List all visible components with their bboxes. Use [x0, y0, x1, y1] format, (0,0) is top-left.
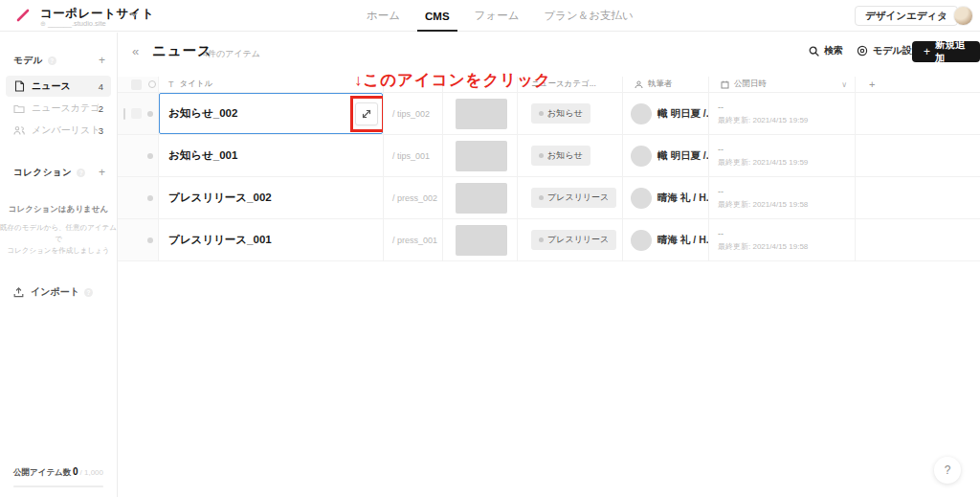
category-cell[interactable]: お知らせ [517, 135, 622, 177]
published-items-label: 公開アイテム数 [13, 467, 71, 479]
thumbnail-placeholder [456, 141, 507, 171]
status-dot [147, 195, 153, 201]
models-section-title: モデル [13, 55, 43, 67]
sidebar-item-label: メンバーリスト [32, 124, 99, 137]
models-info-icon[interactable]: ? [48, 56, 56, 65]
sidebar-item-news[interactable]: ニュース 4 [6, 76, 111, 97]
column-header-add[interactable]: + [855, 77, 980, 93]
import-icon [13, 287, 24, 298]
search-button[interactable]: 検索 [809, 44, 843, 57]
add-model-button[interactable]: + [99, 54, 105, 67]
thumbnail-placeholder [456, 225, 507, 256]
thumbnail-placeholder [456, 183, 507, 214]
add-new-button[interactable]: + 新規追加 [912, 41, 980, 62]
category-tag: プレスリリース [531, 230, 616, 250]
table-row[interactable]: プレスリリース_002 / press_002 プレスリリース 晴海 礼 / H… [118, 177, 980, 219]
studio-logo-icon[interactable] [15, 8, 31, 23]
published-cell[interactable]: -- 最終更新: 2021/4/15 19:58 [708, 177, 855, 219]
collections-empty-description: 既存のモデルから、任意のアイテムで コレクションを作成しましょう [0, 222, 117, 257]
slug-cell[interactable]: / press_001 [383, 219, 442, 261]
sidebar-item-label: ニュース [32, 79, 71, 93]
collections-empty-title: コレクションはありません [0, 204, 117, 215]
author-cell[interactable]: 晴海 礼 / H... [622, 219, 708, 261]
published-cell[interactable]: -- 最終更新: 2021/4/15 19:59 [708, 93, 855, 135]
expand-item-icon[interactable] [355, 102, 378, 125]
sidebar-item-news-categories[interactable]: ニュースカテゴリ.. 2 [6, 98, 111, 119]
slug-cell[interactable]: / tips_002 [383, 93, 442, 135]
select-all-checkbox[interactable] [131, 79, 142, 90]
gear-icon [857, 45, 868, 56]
thumbnail-placeholder [456, 99, 507, 129]
tab-plan-billing[interactable]: プラン＆お支払い [544, 0, 633, 32]
person-icon [635, 80, 643, 89]
title-cell[interactable]: プレスリリース_002 [158, 177, 383, 219]
import-info-icon[interactable]: ? [84, 288, 93, 297]
sidebar-item-member-list[interactable]: メンバーリスト 3 [6, 120, 111, 141]
title-cell[interactable]: お知らせ_001 [158, 135, 383, 177]
category-cell[interactable]: プレスリリース [517, 177, 622, 219]
author-cell[interactable]: 幟 明日夏 /... [622, 93, 708, 135]
tab-form[interactable]: フォーム [475, 0, 520, 32]
image-cell[interactable] [442, 93, 517, 135]
add-member-icon[interactable]: + [938, 9, 946, 21]
plus-icon: + [924, 45, 930, 58]
category-cell[interactable]: お知らせ [517, 93, 622, 135]
models-list: ニュース 4 ニュースカテゴリ.. 2 メンバーリスト 3 [0, 76, 117, 141]
extra-cell [855, 93, 980, 135]
help-button[interactable]: ? [934, 457, 961, 484]
category-cell[interactable]: プレスリリース [517, 219, 622, 261]
image-cell[interactable] [442, 177, 517, 219]
chevron-down-icon[interactable] [130, 11, 138, 17]
column-header-author[interactable]: 執筆者 [622, 77, 708, 93]
column-header-published[interactable]: 公開日時 ∨ [708, 77, 855, 93]
add-collection-button[interactable]: + [99, 166, 105, 179]
item-count-badge: 3 [99, 125, 103, 136]
title-cell[interactable]: プレスリリース_001 [158, 219, 383, 261]
published-items-footer: 公開アイテム数 0 / 1,000 [0, 466, 117, 487]
models-section-header: モデル ? + [0, 54, 117, 67]
site-domain: ⊕______.studio.site [40, 19, 106, 28]
extra-cell [855, 177, 980, 219]
collections-info-icon[interactable]: ? [77, 169, 85, 177]
category-tag: お知らせ [531, 146, 590, 166]
status-dot [147, 153, 153, 159]
drag-handle[interactable] [123, 108, 125, 120]
image-cell[interactable] [442, 219, 517, 261]
header-controls-cell [118, 77, 158, 93]
author-cell[interactable]: 晴海 礼 / H... [622, 177, 708, 219]
row-controls-cell [118, 93, 158, 135]
import-label: インポート [31, 285, 79, 299]
author-avatar [631, 188, 652, 209]
sidebar-item-label: ニュースカテゴリ.. [32, 102, 99, 115]
row-checkbox[interactable] [131, 108, 142, 119]
title-cell[interactable]: お知らせ_002 [158, 93, 383, 135]
column-header-title[interactable]: T タイトル [158, 77, 383, 93]
tab-home[interactable]: ホーム [367, 0, 400, 32]
users-icon [13, 124, 25, 136]
row-controls-cell [118, 177, 158, 219]
publish-status-header-icon[interactable] [148, 80, 156, 88]
main-nav-tabs: ホーム CMS フォーム プラン＆お支払い [367, 0, 634, 32]
user-avatar[interactable] [953, 6, 973, 26]
table-row[interactable]: お知らせ_002 / tips_002 お知らせ 幟 明日夏 /... -- 最… [118, 93, 980, 135]
globe-icon: ⊕ [40, 20, 46, 27]
table-row[interactable]: プレスリリース_001 / press_001 プレスリリース 晴海 礼 / H… [118, 219, 980, 261]
folder-icon [13, 102, 25, 114]
item-count: 4件のアイテム [203, 48, 260, 60]
published-cell[interactable]: -- 最終更新: 2021/4/15 19:59 [708, 135, 855, 177]
extra-cell [855, 219, 980, 261]
published-items-limit: / 1,000 [80, 468, 103, 477]
image-cell[interactable] [442, 135, 517, 177]
table-row[interactable]: お知らせ_001 / tips_001 お知らせ 幟 明日夏 /... -- 最… [118, 135, 980, 177]
slug-cell[interactable]: / press_002 [383, 177, 442, 219]
slug-cell[interactable]: / tips_001 [383, 135, 442, 177]
author-cell[interactable]: 幟 明日夏 /... [622, 135, 708, 177]
calendar-icon [721, 80, 729, 89]
published-cell[interactable]: -- 最終更新: 2021/4/15 19:58 [708, 219, 855, 261]
add-column-icon: + [869, 79, 875, 90]
sort-chevron-icon[interactable]: ∨ [841, 80, 847, 89]
import-button[interactable]: インポート ? [13, 285, 117, 299]
tab-cms[interactable]: CMS [425, 0, 450, 32]
status-dot [147, 237, 153, 243]
collapse-sidebar-icon[interactable]: « [132, 44, 139, 58]
